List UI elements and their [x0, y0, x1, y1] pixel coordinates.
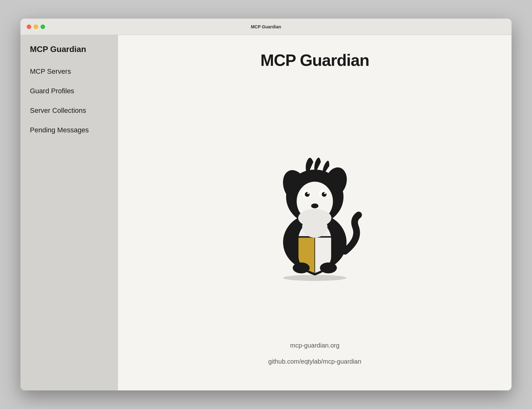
- sidebar-nav: MCP Servers Guard Profiles Server Collec…: [20, 62, 118, 140]
- mascot-container: [249, 82, 381, 336]
- main-title: MCP Guardian: [260, 51, 369, 70]
- traffic-lights: [27, 25, 45, 29]
- sidebar-item-pending-messages[interactable]: Pending Messages: [20, 120, 118, 140]
- titlebar: MCP Guardian: [20, 19, 512, 35]
- titlebar-title: MCP Guardian: [251, 24, 281, 29]
- app-window: MCP Guardian MCP Guardian MCP Servers Gu…: [20, 19, 512, 390]
- svg-point-17: [302, 216, 328, 238]
- links-container: mcp-guardian.org github.com/eqtylab/mcp-…: [268, 342, 361, 375]
- close-button[interactable]: [27, 25, 31, 29]
- svg-point-15: [293, 262, 310, 274]
- maximize-button[interactable]: [41, 25, 45, 29]
- sidebar-item-server-collections[interactable]: Server Collections: [20, 101, 118, 120]
- minimize-button[interactable]: [34, 25, 38, 29]
- svg-point-10: [322, 192, 326, 197]
- website-link[interactable]: mcp-guardian.org: [290, 342, 340, 349]
- svg-point-8: [307, 192, 309, 194]
- svg-point-12: [311, 204, 318, 208]
- svg-point-18: [283, 275, 347, 281]
- github-link[interactable]: github.com/eqtylab/mcp-guardian: [268, 358, 361, 365]
- main-layout: MCP Guardian MCP Servers Guard Profiles …: [20, 35, 512, 390]
- svg-point-16: [320, 262, 337, 274]
- sidebar-item-guard-profiles[interactable]: Guard Profiles: [20, 81, 118, 101]
- sidebar-item-mcp-servers[interactable]: MCP Servers: [20, 62, 118, 81]
- mascot-dog-icon: [249, 133, 381, 285]
- svg-point-7: [305, 192, 309, 197]
- sidebar-app-name: MCP Guardian: [20, 41, 118, 62]
- svg-point-11: [324, 192, 326, 194]
- sidebar: MCP Guardian MCP Servers Guard Profiles …: [20, 35, 118, 390]
- main-panel: MCP Guardian: [118, 35, 512, 390]
